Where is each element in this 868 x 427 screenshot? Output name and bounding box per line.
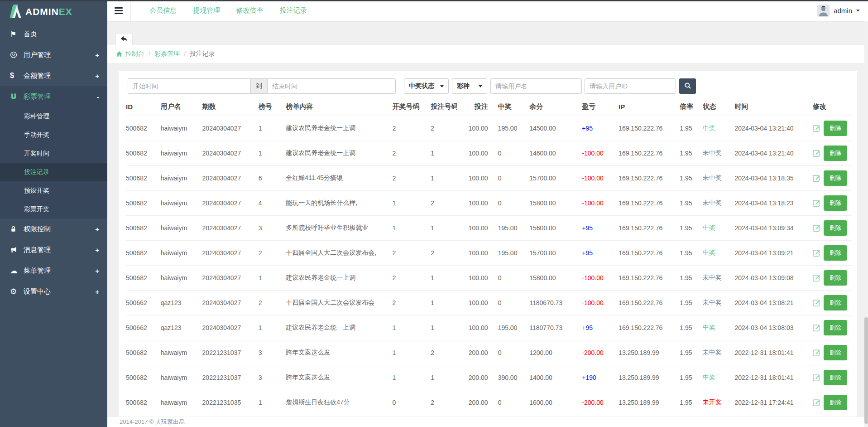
sidebar-item-message-management[interactable]: 消息管理 + bbox=[0, 239, 107, 260]
column-header-5: 开奖号码 bbox=[392, 101, 431, 116]
delete-button[interactable]: 删除 bbox=[824, 121, 847, 136]
sidebar-subitem-draw-time[interactable]: 开奖时间 bbox=[0, 144, 107, 163]
hamburger-menu-button[interactable] bbox=[115, 6, 123, 15]
edit-icon[interactable] bbox=[813, 199, 820, 207]
column-header-12: 倍率 bbox=[680, 101, 702, 116]
delete-button[interactable]: 删除 bbox=[824, 395, 847, 410]
sidebar: ADMINEX ⚑ 首页 用户管理 + $ 金额管理 + bbox=[0, 0, 107, 427]
delete-button[interactable]: 删除 bbox=[824, 195, 847, 211]
edit-icon[interactable] bbox=[813, 349, 820, 356]
search-button[interactable] bbox=[679, 78, 696, 94]
user-menu[interactable]: admin bbox=[817, 5, 860, 17]
expand-plus-icon[interactable]: + bbox=[95, 246, 99, 254]
win-status-select[interactable]: 中奖状态 bbox=[404, 78, 449, 94]
delete-button[interactable]: 删除 bbox=[824, 146, 847, 161]
edit-icon[interactable] bbox=[813, 398, 820, 406]
scrollbar-thumb[interactable] bbox=[864, 317, 868, 424]
edit-icon[interactable] bbox=[813, 374, 820, 381]
delete-button[interactable]: 删除 bbox=[824, 170, 847, 186]
records-table: ID用户名期数榜号榜单内容开奖号码投注号码投注中奖余分盈亏IP倍率状态时间修改5… bbox=[126, 101, 852, 415]
delete-button[interactable]: 删除 bbox=[824, 320, 847, 335]
sidebar-subitem-lottery-type[interactable]: 彩种管理 bbox=[0, 107, 107, 126]
collapse-minus-icon[interactable]: - bbox=[97, 93, 99, 101]
column-header-8: 中奖 bbox=[498, 101, 530, 116]
username-input[interactable] bbox=[490, 78, 582, 94]
edit-icon[interactable] bbox=[813, 224, 820, 232]
cell-榜号: 2 bbox=[259, 240, 286, 265]
edit-icon[interactable] bbox=[813, 324, 820, 331]
delete-button[interactable]: 删除 bbox=[824, 295, 847, 311]
edit-icon[interactable] bbox=[813, 274, 820, 281]
cell-IP: 169.150.222.76 bbox=[619, 265, 680, 290]
start-time-input[interactable] bbox=[128, 78, 251, 94]
delete-button[interactable]: 删除 bbox=[824, 370, 847, 385]
lottery-type-select[interactable]: 彩种 bbox=[452, 78, 487, 94]
row-actions-cell: 删除 bbox=[813, 190, 852, 215]
cell-ID: 500682 bbox=[126, 390, 161, 415]
avatar bbox=[817, 5, 830, 17]
cell-投注: 200.00 bbox=[457, 340, 498, 365]
topnav-link-withdraw-management[interactable]: 提现管理 bbox=[193, 6, 220, 14]
row-actions-cell: 删除 bbox=[813, 240, 852, 265]
cell-期数: 20240304027 bbox=[202, 290, 259, 315]
cell-投注: 100.00 bbox=[457, 315, 498, 340]
column-header-4: 榜单内容 bbox=[286, 101, 392, 116]
expand-plus-icon[interactable]: + bbox=[95, 267, 99, 275]
sidebar-item-menu-management[interactable]: ☁ 菜单管理 + bbox=[0, 260, 107, 281]
cell-盈亏: +95 bbox=[582, 315, 619, 340]
chevron-down-icon bbox=[479, 85, 482, 87]
breadcrumb-link-lottery-management[interactable]: 彩票管理 bbox=[154, 50, 180, 58]
delete-button[interactable]: 删除 bbox=[824, 245, 847, 261]
expand-plus-icon[interactable]: + bbox=[95, 51, 99, 59]
edit-icon[interactable] bbox=[813, 174, 820, 182]
cell-余分: 14600.00 bbox=[529, 141, 582, 165]
username-label: admin bbox=[834, 7, 852, 15]
home-icon bbox=[116, 51, 123, 57]
expand-plus-icon[interactable]: + bbox=[95, 288, 99, 296]
topnav: 会员信息 提现管理 修改倍率 投注记录 bbox=[131, 6, 307, 15]
edit-icon[interactable] bbox=[813, 149, 820, 157]
scrollbar[interactable] bbox=[864, 21, 868, 427]
cell-开奖号码: 2 bbox=[392, 265, 431, 290]
cell-投注: 100.00 bbox=[457, 116, 498, 141]
sidebar-item-amount-management[interactable]: $ 金额管理 + bbox=[0, 65, 107, 86]
cell-盈亏: -100.00 bbox=[582, 165, 619, 190]
sidebar-subitem-bet-records[interactable]: 投注记录 bbox=[0, 163, 107, 181]
topnav-link-modify-rate[interactable]: 修改倍率 bbox=[236, 6, 264, 14]
sidebar-item-home[interactable]: ⚑ 首页 bbox=[0, 24, 107, 44]
cell-投注号码: 2 bbox=[431, 390, 457, 415]
expand-plus-icon[interactable]: + bbox=[95, 72, 99, 80]
expand-plus-icon[interactable]: + bbox=[95, 225, 99, 233]
userid-input[interactable] bbox=[585, 78, 676, 94]
sidebar-subitem-preset-draw[interactable]: 预设开奖 bbox=[0, 181, 107, 200]
sidebar-subitem-manual-draw[interactable]: 手动开奖 bbox=[0, 126, 107, 144]
topnav-link-member-info[interactable]: 会员信息 bbox=[149, 6, 177, 14]
topnav-link-bet-records[interactable]: 投注记录 bbox=[280, 6, 307, 14]
logo[interactable]: ADMINEX bbox=[0, 0, 107, 24]
cell-期数: 20221231035 bbox=[202, 390, 259, 415]
cell-中奖: 390.00 bbox=[498, 365, 530, 390]
cell-榜单内容: 能玩一天的机场长什么样, bbox=[286, 190, 392, 215]
table-header-row: ID用户名期数榜号榜单内容开奖号码投注号码投注中奖余分盈亏IP倍率状态时间修改 bbox=[126, 101, 852, 116]
delete-button[interactable]: 删除 bbox=[824, 270, 847, 286]
edit-icon[interactable] bbox=[813, 249, 820, 257]
sidebar-item-user-management[interactable]: 用户管理 + bbox=[0, 44, 107, 65]
row-actions-cell: 删除 bbox=[813, 315, 852, 340]
end-time-input[interactable] bbox=[267, 78, 396, 94]
sidebar-item-lottery-management[interactable]: 彩票管理 - bbox=[0, 86, 107, 107]
sidebar-item-settings-center[interactable]: ⚙ 设置中心 + bbox=[0, 281, 107, 302]
cell-用户名: qaz123 bbox=[161, 290, 202, 315]
edit-icon[interactable] bbox=[813, 124, 820, 132]
footer: 2014-2017 © 大玩家出品 bbox=[107, 417, 868, 427]
back-button[interactable] bbox=[115, 33, 133, 45]
cell-榜号: 1 bbox=[259, 390, 286, 415]
breadcrumb-link-console[interactable]: 控制台 bbox=[125, 50, 144, 58]
edit-icon[interactable] bbox=[813, 299, 820, 306]
sidebar-subitem-lottery-draw[interactable]: 彩票开奖 bbox=[0, 200, 107, 218]
cell-余分: 1400.00 bbox=[529, 365, 582, 390]
sidebar-item-permission-control[interactable]: 权限控制 + bbox=[0, 218, 107, 239]
breadcrumb-separator: / bbox=[184, 50, 186, 58]
table-row: 500682haiwaiym202403040271建议农民养老金统一上调211… bbox=[126, 265, 852, 290]
delete-button[interactable]: 删除 bbox=[824, 220, 847, 236]
delete-button[interactable]: 删除 bbox=[824, 345, 847, 360]
